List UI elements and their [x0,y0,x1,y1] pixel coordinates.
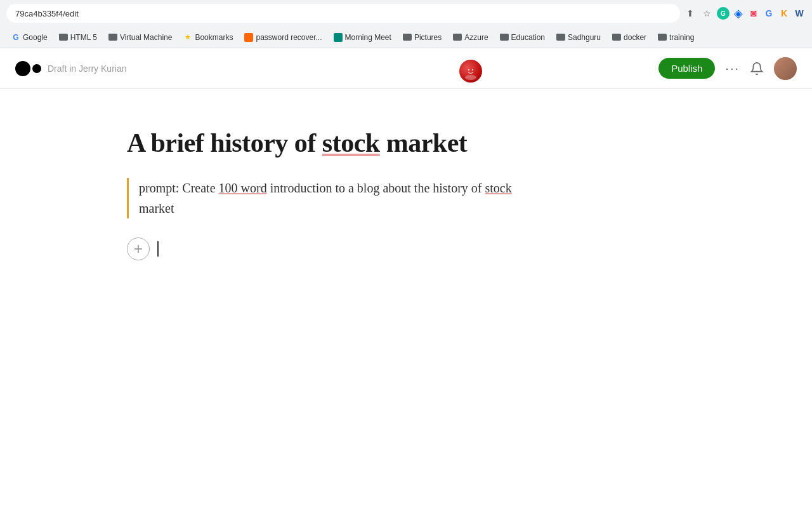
svg-point-2 [468,69,469,70]
bookmark-html5-label: HTML 5 [70,33,97,42]
folder-icon [59,34,68,41]
bookmark-docker[interactable]: docker [607,31,652,44]
ai-loading-indicator [459,60,482,83]
logo-circle-large [15,61,30,76]
morning-meet-favicon [334,33,343,42]
bookmark-docker-label: docker [624,33,646,42]
word-ext-icon[interactable]: W [793,7,806,20]
google-favicon: G [11,33,20,42]
bookmark-training[interactable]: training [653,31,699,44]
svg-point-3 [472,69,473,70]
bookmark-bookmarks[interactable]: ★ Bookmarks [178,31,238,44]
more-options-button[interactable]: ··· [725,61,740,76]
word-count-underline: 100 word [219,181,267,195]
bookmark-vm[interactable]: Virtual Machine [103,31,178,44]
editor-area: A brief history of stock market prompt: … [0,89,571,260]
bookmark-pictures[interactable]: Pictures [398,31,447,44]
avatar-image [774,57,797,80]
folder-icon [612,34,621,41]
bookmark-password-recover[interactable]: password recover... [239,31,327,44]
folder-icon [556,34,565,41]
folder-icon [500,34,509,41]
bookmark-html5[interactable]: HTML 5 [54,31,102,44]
add-content-row [127,237,571,260]
prompt-text[interactable]: prompt: Create 100 word introduction to … [139,178,571,218]
medium-header: Draft in Jerry Kurian Publish ··· [0,48,812,89]
bookmark-google-label: Google [23,33,48,42]
grammarly-ext-icon[interactable]: G [717,7,730,20]
draft-label: Draft in Jerry Kurian [48,64,126,74]
notification-bell-icon[interactable] [750,62,764,76]
extension-icons: G ◈ ◙ G K W [717,7,806,20]
text-cursor [157,241,159,257]
bookmark-sadhguru[interactable]: Sadhguru [551,31,606,44]
article-title[interactable]: A brief history of stock market [127,127,571,159]
header-right: Publish ··· [658,57,797,80]
bookmark-google[interactable]: G Google [6,31,53,44]
user-avatar[interactable] [774,57,797,80]
loading-circle [459,60,482,83]
url-text: 79ca4b335f4/edit [15,9,79,18]
url-bar-row: 79ca4b335f4/edit ⬆ ☆ G ◈ ◙ G K W [0,0,812,27]
folder-icon [658,34,667,41]
bookmark-vm-label: Virtual Machine [120,33,173,42]
folder-icon [108,34,117,41]
bookmarks-bar: G Google HTML 5 Virtual Machine ★ Bookma… [0,27,812,48]
bookmark-training-label: training [669,33,694,42]
medium-logo[interactable] [15,61,41,76]
bookmark-morning-meet[interactable]: Morning Meet [329,31,396,44]
publish-button[interactable]: Publish [658,58,715,79]
bookmark-azzure[interactable]: Azzure [448,31,493,44]
password-favicon [244,33,253,42]
title-stock-underline: stock [322,128,380,157]
share-icon[interactable]: ⬆ [685,8,695,18]
medium-editor: Draft in Jerry Kurian Publish ··· A brie… [0,48,812,508]
bookmark-morning-meet-label: Morning Meet [345,33,391,42]
add-content-button[interactable] [127,237,150,260]
star-icon: ★ [183,33,192,42]
folder-icon [453,34,462,41]
stock-market-underline: stock [485,181,511,195]
url-bar[interactable]: 79ca4b335f4/edit [6,4,680,23]
url-bar-icons: ⬆ ☆ [685,8,712,18]
folder-icon [403,34,412,41]
kindle-ext-icon[interactable]: K [778,7,790,20]
pocket-ext-icon[interactable]: ◙ [747,7,760,20]
bookmark-education-label: Education [511,33,545,42]
bookmark-bookmarks-label: Bookmarks [195,33,233,42]
bookmark-password-label: password recover... [256,33,322,42]
dropbox-ext-icon[interactable]: ◈ [732,7,745,20]
bookmark-pictures-label: Pictures [414,33,442,42]
logo-circle-small [32,64,41,73]
medium-logo-area: Draft in Jerry Kurian [15,61,126,76]
google-ext-icon[interactable]: G [763,7,775,20]
bookmark-education[interactable]: Education [495,31,550,44]
prompt-block: prompt: Create 100 word introduction to … [127,178,571,218]
bookmark-star-icon[interactable]: ☆ [702,8,712,18]
bookmark-sadhguru-label: Sadhguru [568,33,601,42]
bookmark-azzure-label: Azzure [464,33,488,42]
